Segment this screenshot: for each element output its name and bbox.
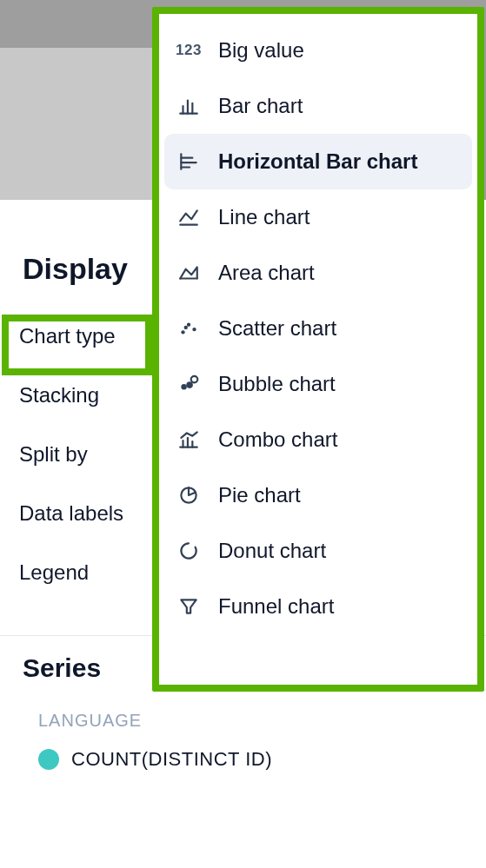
series-value: COUNT(DISTINCT ID) [71, 748, 272, 771]
chart-type-option-label: Funnel chart [218, 594, 334, 619]
svg-point-14 [182, 385, 185, 388]
series-body: LANGUAGE COUNT(DISTINCT ID) [0, 693, 486, 771]
chart-type-option-label: Big value [218, 38, 304, 63]
line-icon [175, 207, 203, 228]
chart-type-option-label: Bar chart [218, 94, 303, 118]
chart-type-option-bar[interactable]: Bar chart [164, 78, 472, 134]
funnel-icon [175, 596, 203, 617]
chart-type-option-combo[interactable]: Combo chart [164, 412, 472, 467]
chart-type-dropdown: 123Big valueBar chartHorizontal Bar char… [152, 7, 484, 692]
hbar-icon [175, 151, 203, 172]
scatter-icon [175, 318, 203, 339]
background-strip [0, 48, 156, 200]
svg-point-10 [181, 330, 184, 334]
bubble-icon [175, 374, 203, 394]
series-section-title: Series [23, 653, 101, 683]
chart-type-option-label: Horizontal Bar chart [218, 149, 417, 174]
chart-type-option-label: Line chart [218, 205, 310, 229]
chart-type-option-funnel[interactable]: Funnel chart [164, 579, 472, 634]
series-color-swatch[interactable] [38, 749, 59, 770]
chart-type-option-hbar[interactable]: Horizontal Bar chart [164, 134, 472, 189]
chart-type-option-label: Combo chart [218, 427, 337, 452]
chart-type-option-big-value[interactable]: 123Big value [164, 23, 472, 78]
chart-type-option-label: Donut chart [218, 539, 326, 563]
svg-point-11 [187, 323, 190, 327]
chart-type-option-label: Scatter chart [218, 316, 336, 341]
chart-type-option-pie[interactable]: Pie chart [164, 467, 472, 523]
series-group-label: LANGUAGE [38, 711, 463, 731]
svg-point-13 [184, 326, 188, 329]
chart-type-option-bubble[interactable]: Bubble chart [164, 356, 472, 412]
chart-type-option-donut[interactable]: Donut chart [164, 523, 472, 579]
donut-icon [175, 540, 203, 561]
chart-type-option-label: Bubble chart [218, 372, 336, 396]
combo-icon [175, 429, 203, 450]
chart-type-option-label: Pie chart [218, 483, 301, 507]
series-row[interactable]: COUNT(DISTINCT ID) [38, 748, 463, 771]
svg-point-12 [192, 328, 196, 331]
area-icon [175, 262, 203, 283]
svg-point-16 [191, 376, 198, 383]
chart-type-option-scatter[interactable]: Scatter chart [164, 301, 472, 356]
chart-type-option-label: Area chart [218, 261, 315, 285]
svg-point-15 [187, 382, 191, 387]
big-value-icon: 123 [175, 40, 203, 61]
pie-icon [175, 485, 203, 506]
bar-icon [175, 96, 203, 116]
chart-type-option-line[interactable]: Line chart [164, 189, 472, 245]
chart-type-option-area[interactable]: Area chart [164, 245, 472, 301]
